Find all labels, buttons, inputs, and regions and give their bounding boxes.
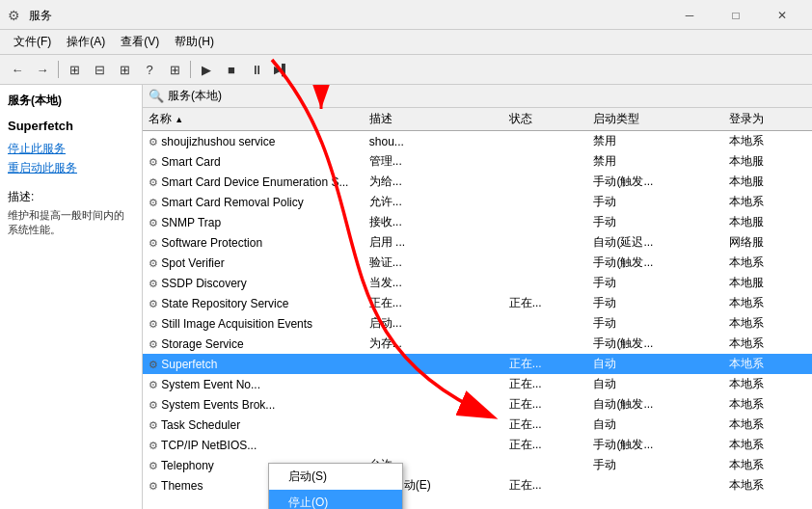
cell-logon: 本地服 bbox=[723, 212, 812, 232]
cell-starttype: 手动(触发... bbox=[587, 334, 723, 354]
forward-button[interactable]: → bbox=[31, 58, 54, 81]
left-panel-title: 服务(本地) bbox=[8, 93, 134, 109]
cell-logon: 本地服 bbox=[723, 151, 812, 172]
menu-item-文件[interactable]: 文件(F) bbox=[6, 32, 59, 52]
cell-logon: 网络服 bbox=[723, 232, 812, 253]
table-row[interactable]: ⚙ Software Protection启用 ...自动(延迟...网络服 bbox=[143, 232, 812, 253]
cell-logon: 本地系 bbox=[723, 192, 812, 212]
cell-name: ⚙ Smart Card Removal Policy bbox=[143, 192, 364, 212]
cell-desc: 允许... bbox=[364, 192, 503, 212]
cell-desc bbox=[364, 374, 503, 394]
table-row[interactable]: ⚙ SNMP Trap接收...手动本地服 bbox=[143, 212, 812, 232]
col-logon[interactable]: 登录为 bbox=[723, 108, 812, 131]
services-table: 名称 ▲ 描述 状态 启动类型 登录为 ⚙ shoujizhushou serv… bbox=[143, 108, 812, 496]
cell-name: ⚙ State Repository Service bbox=[143, 293, 364, 313]
menu-item-帮助[interactable]: 帮助(H) bbox=[167, 32, 222, 52]
table-row[interactable]: ⚙ Smart Card Removal Policy允许...手动本地系 bbox=[143, 192, 812, 212]
cell-status: 正在... bbox=[503, 293, 588, 313]
new-window-button[interactable]: ⊞ bbox=[163, 58, 186, 81]
cell-starttype bbox=[587, 475, 723, 496]
table-row[interactable]: ⚙ Telephony允许...手动本地系 bbox=[143, 455, 812, 475]
help-button[interactable]: ? bbox=[138, 58, 161, 81]
menu-item-操作[interactable]: 操作(A) bbox=[59, 32, 113, 52]
table-row[interactable]: ⚙ Smart Card Device Enumeration S...为给..… bbox=[143, 172, 812, 192]
table-row[interactable]: ⚙ System Events Brok...正在...自动(触发...本地系 bbox=[143, 394, 812, 415]
cell-logon: 本地系 bbox=[723, 253, 812, 273]
properties-button[interactable]: ⊞ bbox=[113, 58, 136, 81]
context-menu-item-0[interactable]: 启动(S) bbox=[269, 464, 402, 490]
cell-starttype: 手动 bbox=[587, 273, 723, 293]
cell-status bbox=[503, 232, 588, 253]
cell-desc: 为给... bbox=[364, 172, 503, 192]
pause-service-button[interactable]: ⏸ bbox=[245, 58, 268, 81]
table-row[interactable]: ⚙ Storage Service为存...手动(触发...本地系 bbox=[143, 334, 812, 354]
col-desc[interactable]: 描述 bbox=[364, 108, 503, 131]
description-text: 维护和提高一般时间内的系统性能。 bbox=[8, 208, 134, 238]
cell-status bbox=[503, 455, 588, 475]
cell-name: ⚙ Storage Service bbox=[143, 334, 364, 354]
cell-desc: 启用 ... bbox=[364, 232, 503, 253]
cell-name: ⚙ TCP/IP NetBIOS... bbox=[143, 435, 364, 455]
cell-name: ⚙ SNMP Trap bbox=[143, 212, 364, 232]
table-row[interactable]: ⚙ Themes新在启动(E)正在...本地系 bbox=[143, 475, 812, 496]
main-area: 服务(本地) Superfetch 停止此服务 重启动此服务 描述: 维护和提高… bbox=[0, 85, 812, 509]
maximize-button[interactable]: □ bbox=[714, 6, 758, 25]
back-button[interactable]: ← bbox=[6, 58, 29, 81]
col-name[interactable]: 名称 ▲ bbox=[143, 108, 364, 131]
menu-bar: 文件(F)操作(A)查看(V)帮助(H) bbox=[0, 30, 812, 55]
cell-logon: 本地系 bbox=[723, 354, 812, 374]
start-service-button[interactable]: ▶ bbox=[195, 58, 218, 81]
cell-starttype: 自动 bbox=[587, 374, 723, 394]
stop-service-button[interactable]: ■ bbox=[220, 58, 243, 81]
cell-status bbox=[503, 273, 588, 293]
cell-starttype: 手动 bbox=[587, 293, 723, 313]
window-title: 服务 bbox=[29, 8, 52, 24]
cell-logon: 本地服 bbox=[723, 273, 812, 293]
table-row[interactable]: ⚙ SSDP Discovery当发...手动本地服 bbox=[143, 273, 812, 293]
search-bar: 🔍 服务(本地) bbox=[143, 85, 812, 108]
cell-status bbox=[503, 313, 588, 334]
cell-logon: 本地系 bbox=[723, 455, 812, 475]
table-row[interactable]: ⚙ Still Image Acquisition Events启动...手动本… bbox=[143, 313, 812, 334]
table-row[interactable]: ⚙ Task Scheduler正在...自动本地系 bbox=[143, 415, 812, 435]
cell-name: ⚙ Smart Card bbox=[143, 151, 364, 172]
table-row[interactable]: ⚙ Smart Card管理...禁用本地服 bbox=[143, 151, 812, 172]
restart-service-link[interactable]: 重启动此服务 bbox=[8, 160, 134, 176]
col-starttype[interactable]: 启动类型 bbox=[587, 108, 723, 131]
window-controls: ─ □ ✕ bbox=[667, 6, 804, 25]
table-row[interactable]: ⚙ State Repository Service正在...正在...手动本地… bbox=[143, 293, 812, 313]
cell-logon: 本地服 bbox=[723, 172, 812, 192]
cell-status bbox=[503, 131, 588, 152]
stop-service-link[interactable]: 停止此服务 bbox=[8, 141, 134, 157]
cell-name: ⚙ SSDP Discovery bbox=[143, 273, 364, 293]
cell-desc bbox=[364, 435, 503, 455]
cell-desc: 接收... bbox=[364, 212, 503, 232]
cell-logon: 本地系 bbox=[723, 313, 812, 334]
cell-status bbox=[503, 151, 588, 172]
cell-desc bbox=[364, 354, 503, 374]
table-row[interactable]: ⚙ Superfetch正在...自动本地系 bbox=[143, 354, 812, 374]
table-row[interactable]: ⚙ Spot Verifier验证...手动(触发...本地系 bbox=[143, 253, 812, 273]
cell-name: ⚙ shoujizhushou service bbox=[143, 131, 364, 152]
restart-service-button[interactable]: ▶▌ bbox=[270, 58, 293, 81]
table-row[interactable]: ⚙ System Event No...正在...自动本地系 bbox=[143, 374, 812, 394]
cell-logon: 本地系 bbox=[723, 374, 812, 394]
cell-starttype: 禁用 bbox=[587, 131, 723, 152]
minimize-button[interactable]: ─ bbox=[667, 6, 712, 25]
menu-item-查看[interactable]: 查看(V) bbox=[113, 32, 167, 52]
table-row[interactable]: ⚙ TCP/IP NetBIOS...正在...手动(触发...本地系 bbox=[143, 435, 812, 455]
cell-status: 正在... bbox=[503, 415, 588, 435]
col-status[interactable]: 状态 bbox=[503, 108, 588, 131]
show-console-tree-button[interactable]: ⊞ bbox=[63, 58, 86, 81]
services-table-container[interactable]: 名称 ▲ 描述 状态 启动类型 登录为 ⚙ shoujizhushou serv… bbox=[143, 108, 812, 508]
cell-logon: 本地系 bbox=[723, 131, 812, 152]
title-bar: ⚙ 服务 ─ □ ✕ bbox=[0, 0, 812, 30]
cell-desc bbox=[364, 394, 503, 415]
context-menu-item-1[interactable]: 停止(O) bbox=[269, 490, 402, 509]
table-row[interactable]: ⚙ shoujizhushou serviceshou...禁用本地系 bbox=[143, 131, 812, 152]
cell-starttype: 自动 bbox=[587, 354, 723, 374]
panel-title: 服务(本地) bbox=[168, 88, 222, 104]
cell-starttype: 手动 bbox=[587, 192, 723, 212]
close-button[interactable]: ✕ bbox=[760, 6, 804, 25]
up-button[interactable]: ⊟ bbox=[88, 58, 111, 81]
